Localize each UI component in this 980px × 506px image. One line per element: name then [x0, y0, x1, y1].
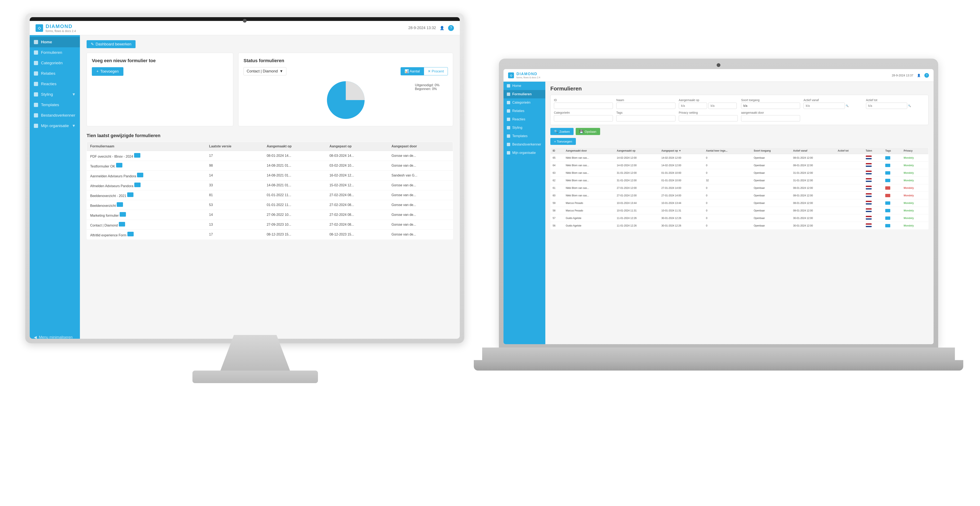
sidebar-item-templates[interactable]: Templates: [30, 100, 80, 110]
laptop-sidebar-item-mijn-organisatie[interactable]: Mijn organisatie: [503, 148, 545, 157]
tags-edit-icon[interactable]: [885, 209, 890, 212]
filter-categorieen-input[interactable]: [554, 115, 613, 121]
filter-tags-input[interactable]: [616, 115, 675, 121]
tags-edit-icon[interactable]: [885, 164, 890, 167]
home-icon: [34, 40, 38, 44]
cell-aangemaakt: 08-12-2023 15...: [263, 230, 326, 239]
edit-icon[interactable]: [134, 182, 140, 187]
tags-edit-icon[interactable]: [885, 224, 890, 227]
sidebar-item-reacties[interactable]: Reacties: [30, 79, 80, 89]
laptop-sidebar-item-relaties[interactable]: Relaties: [503, 107, 545, 115]
edit-icon[interactable]: [127, 192, 134, 197]
edit-icon[interactable]: [127, 232, 134, 236]
edit-icon[interactable]: [117, 202, 123, 207]
cell-aangepast: 27-02-2024 08...: [326, 220, 388, 230]
filter-door-select[interactable]: [741, 115, 800, 121]
edit-icon[interactable]: [116, 163, 123, 168]
privacy-status: Mondely: [904, 209, 914, 212]
laptop-sidebar-item-templates[interactable]: Templates: [503, 132, 545, 140]
monitor-help-icon[interactable]: ?: [448, 25, 454, 31]
tags-edit-icon[interactable]: [885, 171, 890, 175]
filter-door-label: aangemaakt door: [741, 111, 800, 114]
flag-nl-icon: [866, 193, 872, 197]
filter-grid: ID Naam Aangemaakt op: [550, 95, 929, 125]
dash-panels: Voeg een nieuw formulier toe + Toevoegen…: [87, 53, 453, 126]
laptop-sidebar-item-formulieren[interactable]: Formulieren: [503, 90, 545, 98]
table-header: Formuliernaam Laatste versie Aangemaakt …: [87, 142, 453, 151]
tags-edit-icon[interactable]: [885, 217, 890, 220]
sidebar-item-categorieen[interactable]: Categorieën: [30, 58, 80, 68]
laptop-sidebar-item-categorieen[interactable]: Categorieën: [503, 98, 545, 107]
contact-dropdown[interactable]: Contact | Diamond ▼: [243, 67, 286, 75]
filter-aangemaakt-input-from[interactable]: [679, 102, 707, 109]
laptop-user-icon[interactable]: 👤: [917, 74, 921, 77]
cell-aangepast: 15-02-2024 12...: [326, 180, 388, 190]
tags-edit-icon[interactable]: [885, 156, 890, 160]
filter-aangemaakt: Aangemaakt op: [679, 98, 738, 109]
monitor-bezel: ◇ DIAMOND forms, flows & docs 2.4 28-9-2…: [30, 17, 460, 339]
aantal-button[interactable]: 📊 Aantal: [401, 67, 424, 75]
edit-icon[interactable]: [137, 173, 143, 177]
tags-edit-icon[interactable]: [885, 201, 890, 205]
cell-aangemaakt: 01-01-2022 11...: [263, 200, 326, 210]
laptop-help-icon[interactable]: ?: [924, 73, 929, 78]
filter-categorieen-label: Categorieën: [554, 111, 613, 114]
procent-button[interactable]: ✕ Procent: [424, 67, 448, 75]
cell-name: Marketing formulier: [87, 210, 206, 220]
cell-talen: [864, 214, 883, 222]
sidebar-item-styling[interactable]: Styling ▼: [30, 89, 80, 100]
col-aangepast-door: Aangepast door: [388, 142, 453, 151]
filter-aangemaakt-input-to[interactable]: [708, 102, 737, 109]
filter-actief-tot-input[interactable]: [866, 102, 907, 109]
filter-naam-input[interactable]: [616, 102, 675, 109]
organisatie-chevron-icon: ▼: [72, 123, 76, 128]
filter-privacy-select[interactable]: [679, 115, 738, 121]
scene: ◇ DIAMOND forms, flows & docs 2.4 28-9-2…: [0, 0, 980, 506]
laptop-home-icon: [507, 84, 510, 88]
add-form-button[interactable]: + Toevoegen: [92, 67, 123, 76]
formulieren-add-button[interactable]: + Toevoegen: [550, 138, 576, 145]
edit-icon[interactable]: [119, 222, 125, 227]
cell-privacy: Mondely: [902, 169, 929, 177]
sidebar-item-relaties[interactable]: Relaties: [30, 68, 80, 79]
laptop-sidebar-item-reacties[interactable]: Reacties: [503, 115, 545, 123]
cell-tags: [883, 161, 902, 169]
opslaan-label: Opslaan: [585, 130, 597, 133]
tags-edit-icon-red[interactable]: [885, 194, 890, 197]
cell-aangepast: 10-01-2024 11:31: [659, 207, 704, 214]
filter-id-input[interactable]: [554, 102, 613, 109]
col-aangepast-op[interactable]: Aangepast op ▼: [659, 148, 704, 154]
edit-icon[interactable]: [134, 153, 140, 158]
monitor-user-icon[interactable]: 👤: [440, 26, 444, 30]
laptop-sidebar-item-bestandsverkenner[interactable]: Bestandsverkenner: [503, 140, 545, 148]
laptop-header: ◇ DIAMOND forms, flows & docs 2.4 28-9-2…: [503, 69, 934, 81]
table-row: Afmelden Adviseurs Pandora 33 14-08-2021…: [87, 180, 453, 190]
cell-aangepast: 01-01-2024 10:00: [659, 169, 704, 177]
filter-actief-vanaf-input[interactable]: [803, 102, 845, 109]
dashboard-edit-button[interactable]: ✎ Dashboard bewerken: [87, 40, 135, 48]
laptop-sidebar-relaties-label: Relaties: [512, 109, 524, 113]
sidebar-item-mijn-organisatie[interactable]: Mijn organisatie ▼: [30, 121, 80, 131]
table-row: PDF overzicht - IBnov - 2024 17 08-01-20…: [87, 151, 453, 161]
status-panel: Status formulieren Contact | Diamond ▼: [238, 53, 453, 126]
sidebar-minimize-btn[interactable]: ◀ Menu minimaliseren: [30, 332, 80, 339]
col-aangemaakt-op: Aangemaakt op: [615, 148, 659, 154]
laptop-sidebar-item-styling[interactable]: Styling: [503, 123, 545, 132]
opslaan-button[interactable]: 💾 Opslaan: [576, 128, 600, 135]
sidebar-item-bestandsverkenner[interactable]: Bestandsverkenner: [30, 110, 80, 121]
tags-edit-icon-red[interactable]: [885, 186, 890, 190]
sidebar-item-formulieren[interactable]: Formulieren: [30, 47, 80, 58]
add-button-row: + Toevoegen: [550, 138, 929, 145]
laptop-camera: [717, 63, 721, 67]
laptop-sidebar-item-home[interactable]: Home: [503, 81, 545, 90]
mijn-organisatie-icon: [34, 124, 38, 128]
cell-keer: 0: [704, 222, 752, 230]
filter-soort-select[interactable]: k/a Openbaar: [741, 102, 800, 109]
sidebar-item-home[interactable]: Home: [30, 37, 80, 47]
cell-privacy: Mondely: [902, 184, 929, 192]
laptop-reacties-icon: [507, 118, 510, 121]
chart-area: Uitgenodigd: 0% Begonnen: 0%: [243, 79, 448, 121]
zoeken-button[interactable]: 🔍 Zoeken: [550, 128, 574, 135]
tags-edit-icon[interactable]: [885, 179, 890, 182]
edit-icon[interactable]: [120, 212, 126, 217]
